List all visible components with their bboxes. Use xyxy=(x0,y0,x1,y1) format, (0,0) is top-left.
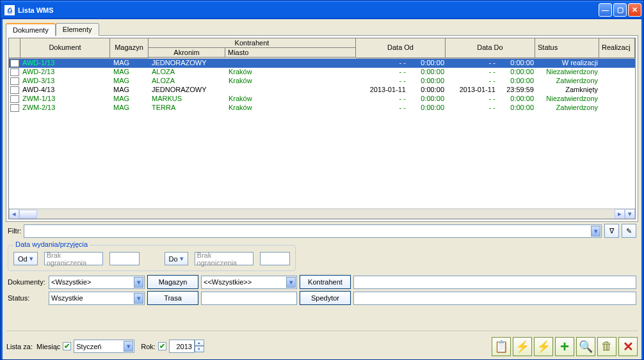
spedytor-button[interactable]: Spedytor xyxy=(300,291,351,305)
dropdown-icon[interactable]: ▾ xyxy=(134,293,143,304)
table-row[interactable]: AWD-1/13MAGJEDNORAZOWY- -0:00:00- -0:00:… xyxy=(9,59,635,68)
tab-panel: Dokument Magazyn Kontrahent Akronim Mias… xyxy=(6,35,638,222)
spedytor-field[interactable] xyxy=(353,292,636,305)
table-row[interactable]: AWD-2/13MAGALOZAKraków- -0:00:00- -0:00:… xyxy=(9,68,635,77)
od-limit-field[interactable]: Brak ograniczenia xyxy=(44,252,104,265)
row-checkbox[interactable] xyxy=(10,104,19,112)
scroll-right-icon[interactable]: ▸ xyxy=(615,209,625,219)
dropdown-icon[interactable]: ▾ xyxy=(591,226,600,237)
date-group-legend: Data wydania/przyjęcia xyxy=(13,240,90,248)
row-checkbox[interactable] xyxy=(10,68,19,76)
table-row[interactable]: AWD-4/13MAGJEDNORAZOWY2013-01-110:00:002… xyxy=(9,86,635,95)
col-realizacj[interactable]: Realizacj xyxy=(599,38,635,58)
filter-input[interactable]: ▾ xyxy=(24,224,602,238)
tab-elementy[interactable]: Elementy xyxy=(56,23,99,36)
label-dokumenty: Dokumenty: xyxy=(8,278,46,286)
kontrahent-field[interactable] xyxy=(353,276,636,289)
tool-lightning2-button[interactable]: ⚡ xyxy=(534,337,553,356)
dropdown-icon[interactable]: ▾ xyxy=(124,341,133,352)
scroll-down-icon[interactable]: ▾ xyxy=(625,209,635,219)
tabstrip: Dokumenty Elementy xyxy=(6,23,638,36)
kontrahent-button[interactable]: Kontrahent xyxy=(300,275,351,289)
combo-magazyn[interactable]: <<Wszystkie>>▾ xyxy=(201,276,297,289)
od-button[interactable]: Od▾ xyxy=(13,252,38,265)
row-checkbox[interactable] xyxy=(10,95,19,103)
grid: Dokument Magazyn Kontrahent Akronim Mias… xyxy=(8,38,636,219)
tool-add-button[interactable]: + xyxy=(555,337,574,356)
filter-bar: Filtr: ▾ ∇ ✎ xyxy=(8,224,636,238)
dropdown-icon[interactable]: ▾ xyxy=(134,277,143,288)
do-button[interactable]: Do▾ xyxy=(165,252,188,265)
table-row[interactable]: ZWM-1/13MAGMARKUSKraków- -0:00:00- -0:00… xyxy=(9,95,635,104)
filter-apply-button[interactable]: ∇ xyxy=(604,224,619,238)
spinner-rok[interactable]: 2013 ▴▾ xyxy=(169,340,204,353)
grid-header: Dokument Magazyn Kontrahent Akronim Mias… xyxy=(9,38,635,59)
filter-edit-button[interactable]: ✎ xyxy=(622,224,636,238)
check-miesiac[interactable]: ✔ xyxy=(63,342,71,350)
combo-miesiac[interactable]: Styczeń▾ xyxy=(74,340,134,353)
row-checkbox[interactable] xyxy=(10,86,19,94)
row-status: Status: Wszystkie▾ Trasa Spedytor xyxy=(8,291,636,305)
funnel-icon: ∇ xyxy=(609,227,614,235)
col-miasto[interactable]: Miasto xyxy=(225,48,356,58)
window-title: Lista WMS xyxy=(18,6,597,14)
row-checkbox[interactable] xyxy=(10,59,19,67)
col-check[interactable] xyxy=(9,38,20,58)
trasa-field[interactable] xyxy=(201,292,297,305)
dropdown-icon[interactable]: ▾ xyxy=(286,277,296,288)
col-status[interactable]: Status xyxy=(535,38,599,58)
spin-up-icon[interactable]: ▴ xyxy=(195,340,204,346)
titlebar: ⎙ Lista WMS — ▢ ✕ xyxy=(1,1,643,19)
tool-export-button[interactable]: 📋 xyxy=(492,337,511,356)
filter-label: Filtr: xyxy=(8,227,21,235)
table-row[interactable]: ZWM-2/13MAGTERRAKraków- -0:00:00- -0:00:… xyxy=(9,104,635,113)
row-checkbox[interactable] xyxy=(10,77,19,85)
close-button[interactable]: ✕ xyxy=(628,3,641,17)
tool-lightning-button[interactable]: ⚡ xyxy=(513,337,532,356)
col-datado[interactable]: Data Do xyxy=(446,38,535,58)
label-status: Status: xyxy=(8,294,46,302)
tool-trash-button[interactable]: 🗑 xyxy=(597,337,616,356)
client-area: Dokumenty Elementy Dokument Magazyn Kont… xyxy=(3,19,641,360)
tool-close-button[interactable]: ✕ xyxy=(618,337,638,356)
maximize-button[interactable]: ▢ xyxy=(613,3,627,17)
col-dataod[interactable]: Data Od xyxy=(356,38,446,58)
label-listaza: Lista za: xyxy=(6,343,33,350)
combo-dokumenty[interactable]: <Wszystkie>▾ xyxy=(49,276,145,289)
scroll-left-icon[interactable]: ◂ xyxy=(9,209,19,219)
date-group: Data wydania/przyjęcia Od▾ Brak ogranicz… xyxy=(8,245,296,271)
tool-search-button[interactable]: 🔍 xyxy=(576,337,595,356)
minimize-button[interactable]: — xyxy=(599,3,612,17)
wrench-icon: ✎ xyxy=(626,227,632,235)
table-row[interactable]: AWD-3/13MAGALOZAKraków- -0:00:00- -0:00:… xyxy=(9,77,635,86)
label-miesiac: Miesiąc xyxy=(36,343,60,350)
tab-dokumenty[interactable]: Dokumenty xyxy=(6,23,56,36)
spin-down-icon[interactable]: ▾ xyxy=(195,346,204,352)
grid-body[interactable]: AWD-1/13MAGJEDNORAZOWY- -0:00:00- -0:00:… xyxy=(9,59,635,208)
col-magazyn[interactable]: Magazyn xyxy=(110,38,149,58)
col-kontrahent[interactable]: Kontrahent xyxy=(149,38,356,48)
hscroll[interactable]: ◂ ▸ ▾ xyxy=(9,208,635,219)
row-dokumenty: Dokumenty: <Wszystkie>▾ Magazyn <<Wszyst… xyxy=(8,275,636,289)
app-icon: ⎙ xyxy=(4,5,15,15)
magazyn-button[interactable]: Magazyn xyxy=(147,275,198,289)
check-rok[interactable]: ✔ xyxy=(158,342,166,350)
trasa-button[interactable]: Trasa xyxy=(147,291,198,305)
col-dokument[interactable]: Dokument xyxy=(20,38,110,58)
do-limit-field[interactable]: Brak ograniczenia xyxy=(195,252,254,265)
do-value-field[interactable] xyxy=(260,252,290,265)
od-value-field[interactable] xyxy=(109,252,140,265)
label-rok: Rok: xyxy=(141,343,156,350)
combo-status[interactable]: Wszystkie▾ xyxy=(49,292,145,305)
bottom-bar: Lista za: Miesiąc ✔ Styczeń▾ Rok: ✔ 2013… xyxy=(6,331,638,356)
col-akronim[interactable]: Akronim xyxy=(149,48,225,58)
scroll-thumb[interactable] xyxy=(19,210,37,219)
